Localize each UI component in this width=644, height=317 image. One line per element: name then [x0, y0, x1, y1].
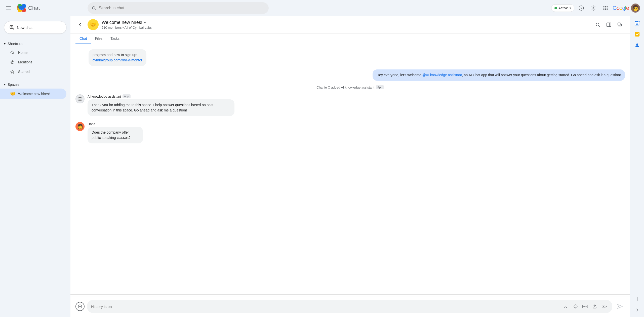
chat-title[interactable]: Welcome new hires! ▾ [102, 20, 590, 25]
upload-icon [592, 304, 597, 309]
tab-files[interactable]: Files [91, 33, 107, 44]
emoji-icon [573, 304, 578, 309]
spaces-section: ▾ Spaces 🤝 Welcome new hires! [0, 81, 70, 99]
new-chat-icon [9, 25, 14, 30]
svg-rect-58 [635, 32, 639, 36]
message-link[interactable]: cymbalgroup.com/find-a-mentor [93, 58, 142, 62]
message-input-box[interactable]: A [87, 300, 612, 313]
shortcuts-label: Shortcuts [8, 42, 22, 46]
app-name-label: Chat [28, 5, 40, 11]
svg-rect-30 [607, 23, 611, 27]
search-input[interactable] [99, 6, 265, 10]
svg-rect-12 [603, 6, 605, 7]
chevron-right-icon [635, 308, 639, 312]
svg-rect-14 [607, 6, 608, 7]
toggle-panel-button[interactable] [604, 20, 614, 30]
svg-point-43 [574, 305, 577, 308]
tab-chat[interactable]: Chat [75, 33, 91, 44]
add-attachment-button[interactable] [75, 302, 85, 311]
format-text-icon: A [564, 304, 568, 309]
contacts-button[interactable] [632, 40, 642, 50]
right-sidebar: 31 [630, 16, 644, 317]
gif-icon: GIF [582, 304, 588, 309]
dana-message-text: Does the company offer public speaking c… [92, 130, 131, 140]
chevron-down-icon: ▾ [4, 83, 6, 86]
google-chat-logo [18, 4, 26, 12]
svg-marker-27 [11, 70, 14, 73]
status-badge[interactable]: Active ▾ [551, 4, 574, 12]
ai-message-row: AI knowledge assistant App Thank you for… [70, 93, 630, 117]
chat-threads-button[interactable] [615, 20, 625, 30]
calendar-button[interactable]: 31 [632, 18, 642, 28]
send-icon [617, 303, 623, 309]
home-icon [10, 50, 15, 55]
svg-point-36 [80, 99, 81, 99]
sidebar-item-home[interactable]: Home [0, 48, 66, 57]
emoji-button[interactable] [572, 302, 580, 310]
app-logo: Chat [16, 4, 40, 12]
svg-text:GIF: GIF [583, 305, 587, 308]
svg-point-44 [575, 306, 575, 306]
svg-rect-16 [605, 8, 606, 9]
shortcuts-header[interactable]: ▾ Shortcuts [0, 40, 70, 48]
spaces-label: Spaces [8, 83, 19, 87]
svg-line-8 [95, 9, 96, 10]
tasks-button[interactable] [632, 29, 642, 39]
sidebar-item-starred[interactable]: Starred [0, 67, 66, 76]
space-header-emoji: 🤝 [90, 21, 97, 28]
message-input[interactable] [91, 304, 560, 309]
svg-text:?: ? [580, 6, 582, 10]
main-chat: 🤝 Welcome new hires! ▾ 510 members • All… [70, 16, 630, 317]
system-message: Charlie C added AI knowledge assistant A… [70, 83, 630, 91]
upload-button[interactable] [591, 302, 599, 310]
svg-rect-20 [607, 9, 608, 10]
chat-header-info: Welcome new hires! ▾ 510 members • All o… [102, 20, 590, 29]
svg-rect-17 [607, 8, 608, 9]
help-icon: ? [579, 5, 584, 11]
video-call-button[interactable] [600, 302, 608, 310]
sidebar-item-mentions[interactable]: Mentions [0, 57, 66, 67]
expand-sidebar-button[interactable] [632, 305, 642, 315]
back-arrow-icon [77, 22, 83, 27]
gif-button[interactable]: GIF [581, 302, 589, 310]
chat-header: 🤝 Welcome new hires! ▾ 510 members • All… [70, 16, 630, 33]
back-button[interactable] [75, 20, 85, 29]
topbar-right: Active ▾ ? [551, 3, 640, 13]
chat-tabs: Chat Files Tasks [70, 33, 630, 44]
chevron-down-icon: ▾ [570, 6, 571, 10]
spaces-header[interactable]: ▾ Spaces [0, 81, 70, 89]
message-bubble: program and how to sign up:cymbalgroup.c… [89, 49, 146, 66]
svg-rect-13 [605, 6, 606, 7]
ai-message-content: AI knowledge assistant App Thank you for… [88, 94, 314, 116]
user-avatar[interactable]: 🧑 [631, 4, 640, 13]
ai-avatar [75, 94, 85, 103]
status-dot [554, 7, 557, 9]
sidebar-item-welcome-new-hires[interactable]: 🤝 Welcome new hires! [0, 89, 66, 99]
svg-text:31: 31 [636, 23, 638, 25]
send-button[interactable] [615, 301, 625, 311]
messages-area: program and how to sign up:cymbalgroup.c… [70, 44, 630, 292]
starred-icon [10, 69, 15, 74]
search-chat-button[interactable] [593, 20, 603, 30]
settings-button[interactable] [588, 3, 598, 13]
plus-icon [634, 296, 640, 302]
status-label: Active [558, 6, 568, 10]
svg-rect-18 [603, 9, 605, 10]
apps-button[interactable] [600, 3, 611, 13]
help-button[interactable]: ? [576, 3, 586, 13]
message-text-before: Hey everyone, let's welcome [377, 73, 422, 77]
svg-point-45 [576, 306, 577, 306]
mentions-label: Mentions [18, 60, 32, 64]
new-chat-button[interactable]: New chat [4, 21, 66, 34]
menu-button[interactable] [4, 4, 13, 12]
panel-icon [606, 22, 611, 27]
add-app-button[interactable] [632, 294, 642, 304]
org-name: All of Cymbal Labs [125, 26, 152, 29]
search-bar[interactable] [88, 2, 269, 14]
tab-tasks[interactable]: Tasks [106, 33, 124, 44]
search-icon [92, 6, 96, 10]
chat-title-text: Welcome new hires! [102, 20, 142, 25]
format-text-button[interactable]: A [562, 302, 570, 310]
mentions-icon [10, 60, 15, 64]
dana-message-content: Dana Does the company offer public speak… [88, 122, 173, 143]
